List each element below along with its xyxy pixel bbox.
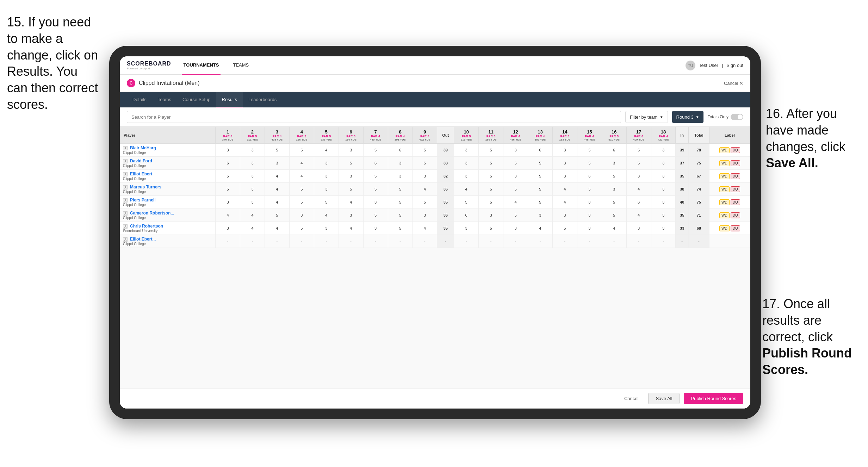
score-hole-15[interactable]: 3 [577, 209, 602, 222]
score-hole-1[interactable]: - [216, 235, 240, 248]
nav-link-tournaments[interactable]: TOURNAMENTS [182, 56, 221, 75]
score-hole-10[interactable]: 3 [454, 144, 479, 157]
score-hole-14[interactable]: 5 [552, 222, 577, 235]
score-hole-18[interactable]: 3 [651, 144, 676, 157]
score-hole-16[interactable]: 3 [602, 157, 626, 170]
filter-team-dropdown[interactable]: Filter by team ▼ [625, 111, 668, 123]
score-hole-11[interactable]: 5 [479, 183, 503, 196]
score-hole-14[interactable]: 4 [552, 183, 577, 196]
score-hole-12[interactable]: 4 [503, 196, 528, 209]
score-hole-4[interactable]: 5 [289, 222, 314, 235]
score-hole-8[interactable]: 3 [388, 157, 413, 170]
tournament-cancel-btn[interactable]: Cancel ✕ [724, 81, 743, 86]
score-hole-16[interactable]: 5 [602, 196, 626, 209]
score-hole-12[interactable]: 3 [503, 170, 528, 183]
tab-details[interactable]: Details [127, 92, 152, 107]
score-hole-1[interactable]: 3 [216, 196, 240, 209]
score-hole-9[interactable]: 4 [413, 222, 437, 235]
score-hole-6[interactable]: 3 [339, 144, 363, 157]
publish-round-scores-button[interactable]: Publish Round Scores [684, 393, 743, 404]
player-name[interactable]: Cameron Robertson... [130, 211, 174, 216]
player-name[interactable]: Marcus Turners [130, 185, 161, 189]
score-hole-1[interactable]: 5 [216, 170, 240, 183]
search-input[interactable] [127, 111, 621, 123]
score-hole-13[interactable]: 5 [528, 157, 552, 170]
score-hole-7[interactable]: 6 [363, 157, 388, 170]
score-hole-10[interactable]: 3 [454, 157, 479, 170]
score-hole-11[interactable]: 5 [479, 144, 503, 157]
score-hole-2[interactable]: 3 [240, 157, 265, 170]
wd-button[interactable]: WD [719, 225, 730, 231]
score-hole-16[interactable]: 4 [602, 222, 626, 235]
score-hole-10[interactable]: - [454, 235, 479, 248]
wd-button[interactable]: WD [719, 199, 730, 205]
tab-leaderboards[interactable]: Leaderboards [243, 92, 282, 107]
score-hole-14[interactable]: 3 [552, 157, 577, 170]
score-hole-4[interactable]: 5 [289, 196, 314, 209]
wd-button[interactable]: WD [719, 173, 730, 179]
wd-button[interactable]: WD [719, 147, 730, 153]
score-hole-4[interactable]: - [289, 235, 314, 248]
score-hole-15[interactable]: - [577, 235, 602, 248]
score-hole-16[interactable]: 6 [602, 144, 626, 157]
score-hole-3[interactable]: 3 [265, 157, 289, 170]
score-hole-6[interactable]: 5 [339, 183, 363, 196]
score-hole-5[interactable]: 3 [314, 183, 339, 196]
score-hole-15[interactable]: 5 [577, 183, 602, 196]
score-hole-14[interactable]: 3 [552, 170, 577, 183]
score-hole-8[interactable]: 5 [388, 222, 413, 235]
score-hole-3[interactable]: 5 [265, 144, 289, 157]
score-hole-9[interactable]: 4 [413, 183, 437, 196]
cancel-button[interactable]: Cancel [619, 393, 644, 404]
score-hole-5[interactable]: 3 [314, 222, 339, 235]
score-hole-7[interactable]: 5 [363, 144, 388, 157]
score-hole-16[interactable]: 5 [602, 209, 626, 222]
score-hole-17[interactable]: 4 [626, 209, 651, 222]
score-hole-9[interactable]: 5 [413, 196, 437, 209]
totals-only-toggle[interactable] [731, 114, 743, 120]
score-hole-3[interactable]: 4 [265, 222, 289, 235]
score-hole-2[interactable]: 4 [240, 222, 265, 235]
wd-button[interactable]: WD [719, 160, 730, 166]
score-hole-10[interactable]: 3 [454, 170, 479, 183]
score-hole-1[interactable]: 5 [216, 183, 240, 196]
score-hole-17[interactable]: 3 [626, 170, 651, 183]
save-all-button[interactable]: Save All [648, 393, 680, 404]
score-hole-13[interactable]: 6 [528, 144, 552, 157]
score-hole-14[interactable]: 3 [552, 144, 577, 157]
tab-results[interactable]: Results [216, 92, 243, 107]
score-hole-15[interactable]: 6 [577, 170, 602, 183]
score-hole-12[interactable]: 3 [503, 222, 528, 235]
score-hole-10[interactable]: 4 [454, 183, 479, 196]
score-hole-18[interactable]: 3 [651, 209, 676, 222]
score-hole-10[interactable]: 6 [454, 209, 479, 222]
score-hole-4[interactable]: 5 [289, 183, 314, 196]
score-hole-8[interactable]: 5 [388, 209, 413, 222]
score-hole-13[interactable]: 5 [528, 196, 552, 209]
score-hole-3[interactable]: - [265, 235, 289, 248]
score-hole-5[interactable]: - [314, 235, 339, 248]
dq-button[interactable]: DQ [731, 186, 740, 192]
score-hole-11[interactable]: 5 [479, 157, 503, 170]
score-hole-17[interactable]: 5 [626, 157, 651, 170]
score-hole-5[interactable]: 4 [314, 209, 339, 222]
wd-button[interactable]: WD [719, 212, 730, 218]
dq-button[interactable]: DQ [731, 225, 740, 231]
score-hole-9[interactable]: - [413, 235, 437, 248]
score-hole-18[interactable]: 3 [651, 183, 676, 196]
score-hole-5[interactable]: 3 [314, 157, 339, 170]
score-hole-9[interactable]: 5 [413, 144, 437, 157]
score-hole-3[interactable]: 5 [265, 209, 289, 222]
score-hole-13[interactable]: - [528, 235, 552, 248]
score-hole-18[interactable]: 3 [651, 222, 676, 235]
score-hole-7[interactable]: - [363, 235, 388, 248]
score-hole-13[interactable]: 4 [528, 222, 552, 235]
nav-link-teams[interactable]: TEAMS [231, 56, 250, 75]
dq-button[interactable]: DQ [731, 147, 740, 153]
score-hole-7[interactable]: 3 [363, 196, 388, 209]
score-hole-7[interactable]: 5 [363, 170, 388, 183]
player-name[interactable]: Elliot Ebert [130, 172, 152, 176]
score-hole-18[interactable]: 3 [651, 170, 676, 183]
score-hole-18[interactable]: 3 [651, 157, 676, 170]
dq-button[interactable]: DQ [731, 212, 740, 218]
